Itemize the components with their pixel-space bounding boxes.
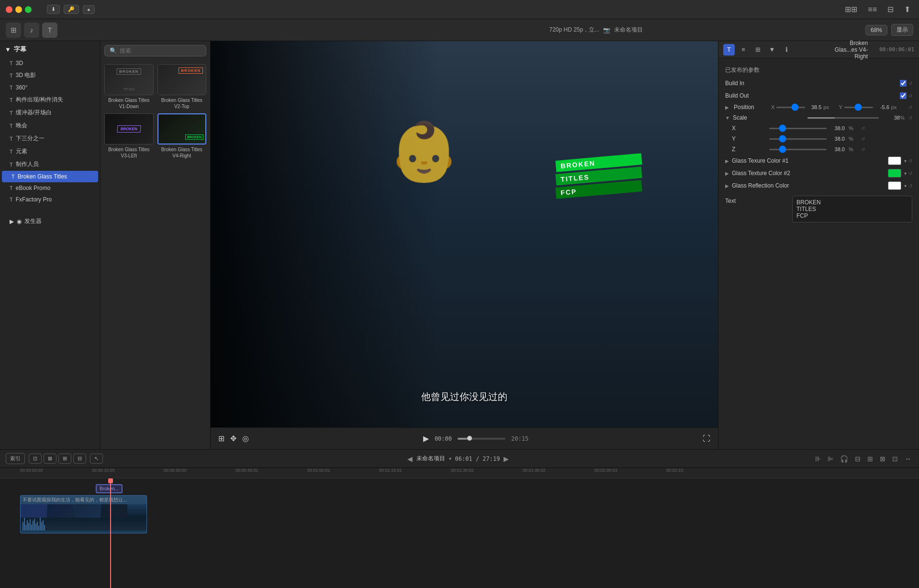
scale-reset-icon[interactable]: ↺ (908, 115, 912, 121)
tl-fit-btn[interactable]: ↔ (903, 454, 913, 464)
download-button[interactable]: ⬇ (47, 5, 60, 14)
sidebar-item-3d-film[interactable]: T 3D 电影 (0, 69, 100, 82)
fullscreen-btn[interactable]: ⛶ (703, 434, 710, 443)
build-out-checkbox[interactable] (900, 92, 907, 99)
tl-nav-next[interactable]: ▶ (504, 455, 509, 463)
glass-texture-1-expand-icon[interactable]: ▶ (725, 158, 729, 164)
glass-texture-2-reset-icon[interactable]: ↺ (908, 171, 912, 176)
scale-x-slider[interactable] (769, 128, 827, 129)
tl-snap-btn[interactable]: ⊪ (813, 454, 823, 464)
playhead[interactable] (110, 478, 111, 588)
sidebar-item-party[interactable]: T 晚会 (0, 119, 100, 132)
sidebar-item-ebook[interactable]: T eBook Promo (0, 182, 100, 194)
share-icon-btn[interactable]: ⬆ (901, 4, 913, 15)
glass-reflection-color[interactable] (888, 181, 901, 190)
tl-tool-btn-3[interactable]: ⊞ (58, 454, 71, 464)
media-thumb-v2top[interactable]: BROKEN Broken Glass Titles V2-Top (157, 64, 207, 110)
main-timeline-clip[interactable]: 不要试图窥探我的生活，能看见的，都是我想让... (20, 495, 147, 533)
audio-icon[interactable]: ♪ (24, 22, 39, 38)
tl-tool-btn-4[interactable]: ⊟ (73, 454, 86, 464)
scale-header[interactable]: ▼ Scale 38 % ↺ (718, 112, 919, 123)
index-button[interactable]: 索引 (6, 453, 25, 464)
position-y-slider[interactable] (844, 107, 873, 108)
glass-texture-1-dropdown[interactable]: ▾ (904, 158, 907, 164)
position-reset-icon[interactable]: ↺ (908, 105, 912, 110)
tl-expand-btn[interactable]: ⊞ (865, 454, 875, 464)
position-expand-icon[interactable]: ▶ (725, 105, 729, 110)
media-thumb-v1down[interactable]: BROKEN TITLES Broken Glass Titles V1-Dow… (104, 64, 154, 110)
glass-texture-2-dropdown[interactable]: ▾ (904, 171, 907, 176)
viewport-btn[interactable]: ⊞ (218, 434, 224, 443)
scale-y-slider[interactable] (769, 138, 827, 140)
adjust-icon-btn[interactable]: ⊟ (885, 4, 897, 15)
inspector-tab-grid[interactable]: ⊞ (752, 44, 763, 55)
glass-reflection-expand-icon[interactable]: ▶ (725, 183, 729, 189)
sidebar-item-broken[interactable]: T Broken Glass Titles (2, 171, 98, 182)
titles-icon[interactable]: T (42, 22, 57, 38)
text-input[interactable]: BROKEN TITLES FCP (792, 196, 912, 222)
play-button[interactable]: ▶ (423, 434, 429, 443)
sidebar-item-buffer[interactable]: T 缓冲器/开场白 (0, 106, 100, 119)
transform-btn[interactable]: ✥ (230, 434, 236, 443)
close-button[interactable] (6, 6, 12, 13)
glass-texture-2-color[interactable] (888, 169, 901, 178)
sidebar-item-3d[interactable]: T 3D (0, 57, 100, 69)
tl-zoom-in-btn[interactable]: ⊡ (890, 454, 900, 464)
grid-icon-btn[interactable]: ⊞⊞ (842, 4, 860, 15)
inspector-tab-list[interactable]: ≡ (738, 44, 749, 55)
ruler-tick-8: 00:02:00:03 (594, 468, 617, 473)
zoom-button[interactable]: 68% (865, 25, 887, 35)
glass-reflection-dropdown[interactable]: ▾ (904, 183, 907, 189)
glass-reflection-reset-icon[interactable]: ↺ (908, 183, 912, 189)
scale-z-slider[interactable] (769, 149, 827, 150)
media-icon[interactable]: ⊞ (6, 22, 21, 38)
effects-btn[interactable]: ◎ (242, 434, 249, 443)
sidebar-item-credits[interactable]: T 制作人员 (0, 158, 100, 171)
tl-trim-btn[interactable]: ⊫ (826, 454, 835, 464)
inspector-tab-info[interactable]: ℹ (781, 44, 792, 55)
playhead-handle[interactable] (108, 478, 113, 483)
sidebar-item-generator[interactable]: ▶ ◉ 发生器 (0, 215, 100, 228)
media-thumb-v4right[interactable]: BROKEN Broken Glass Titles V4-Right (157, 113, 207, 159)
sidebar-item-appear[interactable]: T 构件出现/构件消失 (0, 93, 100, 106)
list-icon-btn[interactable]: ≡≡ (865, 4, 880, 15)
maximize-button[interactable] (25, 6, 32, 13)
timeline-toolbar: 索引 ⊡ ⊠ ⊞ ⊟ ↖ ◀ 未命名项目 ▾ 06:01 / 27:19 ▶ ⊪… (0, 450, 919, 468)
tl-tool-btn-1[interactable]: ⊡ (29, 454, 42, 464)
tl-split-btn[interactable]: ⊠ (878, 454, 887, 464)
scale-z-reset[interactable]: ↺ (861, 147, 865, 152)
tl-clip-btn[interactable]: ⊟ (853, 454, 863, 464)
build-in-reset-icon[interactable]: ↺ (908, 81, 912, 86)
sidebar-item-fxfactory[interactable]: T FxFactory Pro (0, 194, 100, 205)
sidebar-item-lowerthird[interactable]: T 下三分之一 (0, 132, 100, 145)
sidebar-item-elements[interactable]: T 元素 (0, 145, 100, 158)
tl-arrow-btn[interactable]: ↖ (90, 454, 103, 464)
search-input[interactable] (120, 47, 201, 54)
glass-texture-1-color[interactable] (888, 156, 901, 165)
inspector-tab-text[interactable]: T (723, 44, 735, 55)
position-x-slider[interactable] (776, 107, 805, 108)
broken-clip-label[interactable]: Broken... (96, 484, 123, 493)
scale-x-reset[interactable]: ↺ (861, 126, 865, 131)
tl-tool-btn-2[interactable]: ⊠ (44, 454, 56, 464)
minimize-button[interactable] (15, 6, 22, 13)
glass-texture-1-reset-icon[interactable]: ↺ (908, 158, 912, 164)
tl-nav-prev[interactable]: ◀ (407, 455, 413, 463)
inspector-tab-filter[interactable]: ▼ (766, 44, 778, 55)
glass-texture-2-expand-icon[interactable]: ▶ (725, 171, 729, 176)
media-thumb-v3left[interactable]: BROKEN Broken Glass Titles V3-LEft (104, 113, 154, 159)
build-out-reset-icon[interactable]: ↺ (908, 93, 912, 99)
scale-expand-icon[interactable]: ▼ (725, 115, 730, 121)
sidebar: ▼ 字幕 T 3D T 3D 电影 T 360° T 构件出现/构件消失 T 缓… (0, 41, 101, 449)
tl-audio-btn[interactable]: 🎧 (838, 454, 850, 464)
sidebar-header-expand[interactable]: ▼ (5, 46, 11, 53)
tl-chevron-icon[interactable]: ▾ (449, 456, 451, 461)
display-button[interactable]: 显示 (891, 24, 913, 36)
key-button[interactable]: 🔑 (64, 5, 79, 14)
key-icon: 🔑 (68, 6, 75, 12)
search-box[interactable]: 🔍 (104, 45, 206, 56)
sidebar-item-360[interactable]: T 360° (0, 82, 100, 93)
scale-y-reset[interactable]: ↺ (861, 136, 865, 142)
record-button[interactable]: ● (83, 5, 95, 14)
build-in-checkbox[interactable] (900, 80, 907, 87)
